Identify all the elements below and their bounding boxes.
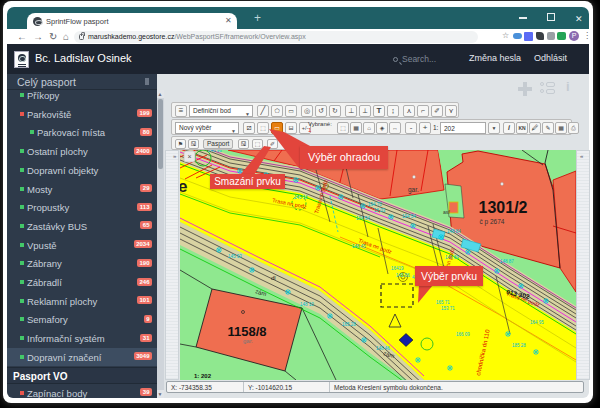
svg-text:1158/8: 1158/8 [227,324,266,339]
svg-text:146 93: 146 93 [208,150,222,153]
svg-text:185 28: 185 28 [512,343,526,348]
svg-text:gar.: gar. [243,338,253,344]
svg-text:166 09: 166 09 [456,332,470,337]
svg-text:1301/2: 1301/2 [479,199,528,216]
svg-text:1: 202: 1: 202 [194,373,212,379]
svg-text:gar.: gar. [408,186,419,194]
svg-text:194 54: 194 54 [356,216,370,221]
svg-text:×: × [187,153,191,160]
svg-text:165 71: 165 71 [436,300,450,305]
svg-text:148 84: 148 84 [447,229,461,234]
svg-text:145 06: 145 06 [396,273,410,278]
svg-text:145 16: 145 16 [294,195,308,200]
svg-text:16 03: 16 03 [374,208,386,213]
svg-text:153 71: 153 71 [441,306,455,311]
svg-text:148 10: 148 10 [300,302,314,307]
svg-text:148 46: 148 46 [376,346,390,351]
svg-text:asf: asf [443,209,450,215]
svg-text:č p 2674: č p 2674 [480,218,505,226]
svg-text:164 95: 164 95 [530,320,544,325]
svg-text:dl: dl [271,275,276,281]
svg-text:e: e [180,177,187,196]
svg-text:194 70: 194 70 [368,202,382,207]
svg-text:16419: 16419 [391,266,404,271]
svg-text:165 28: 165 28 [342,322,356,327]
svg-text:145 93: 145 93 [228,254,242,259]
svg-text:148 87: 148 87 [500,259,514,264]
svg-text:194 54: 194 54 [402,214,416,219]
